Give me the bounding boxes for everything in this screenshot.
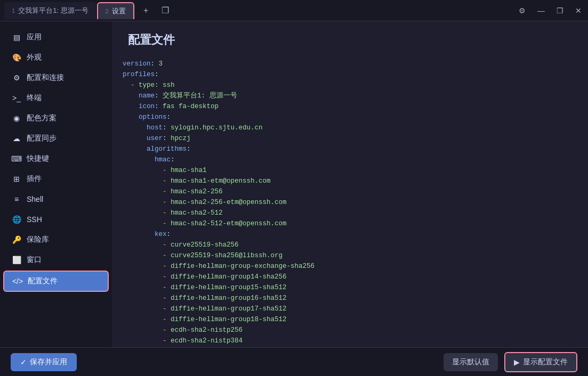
sidebar-item-apps[interactable]: ▤应用 (3, 28, 109, 47)
main-layout: ▤应用🎨外观⚙配置和连接>_终端◉配色方案☁配置同步⌨快捷键⊞插件≡Shell🌐… (0, 21, 588, 347)
sidebar-item-plugins[interactable]: ⊞插件 (3, 169, 109, 189)
copy-tab-button[interactable]: ❐ (158, 3, 173, 18)
sidebar-item-label-plugins: 插件 (27, 174, 42, 184)
ssh-icon: 🌐 (12, 215, 21, 224)
sidebar-item-label-apps: 应用 (27, 32, 42, 42)
terminal-icon: >_ (12, 93, 21, 103)
page-title: 配置文件 (128, 32, 572, 48)
config-file-icon: </> (13, 276, 22, 286)
tab-2-number: 2 (106, 8, 109, 14)
sidebar-item-config-connect[interactable]: ⚙配置和连接 (3, 68, 109, 87)
sidebar-item-label-ssh: SSH (27, 215, 42, 224)
sidebar-item-label-sync: 配置同步 (27, 134, 57, 143)
color-scheme-icon: ◉ (12, 113, 21, 123)
sidebar-item-label-shell: Shell (27, 195, 43, 203)
sidebar-item-vault[interactable]: 🔑保险库 (3, 230, 109, 249)
tab-2-label: 设置 (112, 6, 126, 16)
sidebar-item-color-scheme[interactable]: ◉配色方案 (3, 109, 109, 128)
sidebar-item-sync[interactable]: ☁配置同步 (3, 129, 109, 148)
sidebar-item-label-shortcuts: 快捷键 (27, 154, 49, 164)
titlebar: 1 交我算平台1: 思源一号 2 设置 + ❐ ⚙ — ❐ ✕ (0, 0, 588, 21)
window-icon: ⬜ (12, 255, 21, 265)
default-label: 显示默认值 (452, 357, 489, 367)
content-header: 配置文件 (112, 21, 588, 53)
sidebar-item-shortcuts[interactable]: ⌨快捷键 (3, 149, 109, 168)
vault-icon: 🔑 (12, 235, 21, 244)
sidebar: ▤应用🎨外观⚙配置和连接>_终端◉配色方案☁配置同步⌨快捷键⊞插件≡Shell🌐… (0, 21, 112, 347)
window-controls: ⚙ — ❐ ✕ (517, 4, 584, 17)
add-tab-button[interactable]: + (139, 3, 154, 18)
show-config-button[interactable]: ▶ 显示配置文件 (504, 352, 577, 372)
tab-1-number: 1 (12, 7, 15, 14)
tab-1-label: 交我算平台1: 思源一号 (18, 6, 88, 15)
sidebar-item-window[interactable]: ⬜窗口 (3, 250, 109, 269)
appearance-icon: 🎨 (12, 53, 21, 62)
shortcuts-icon: ⌨ (12, 154, 21, 164)
sidebar-item-label-terminal: 终端 (27, 93, 42, 103)
apps-icon: ▤ (12, 32, 21, 42)
save-icon: ✓ (20, 358, 27, 366)
sidebar-item-label-window: 窗口 (27, 255, 42, 265)
code-editor[interactable]: version: 3 profiles: - type: ssh name: 交… (123, 53, 577, 347)
sidebar-item-shell[interactable]: ≡Shell (3, 190, 109, 209)
tab-actions: + ❐ (139, 3, 173, 18)
shell-icon: ≡ (12, 194, 21, 204)
save-label: 保存并应用 (30, 357, 67, 367)
tab-1[interactable]: 1 交我算平台1: 思源一号 (4, 2, 96, 19)
content-area: 配置文件 version: 3 profiles: - type: ssh na… (112, 21, 588, 347)
sidebar-item-config-file[interactable]: </>配置文件 (3, 271, 109, 292)
show-default-button[interactable]: 显示默认值 (444, 353, 498, 371)
show-label: 显示配置文件 (523, 357, 568, 367)
save-button[interactable]: ✓ 保存并应用 (11, 353, 77, 371)
config-connect-icon: ⚙ (12, 73, 21, 83)
close-button[interactable]: ✕ (573, 4, 584, 17)
settings-button[interactable]: ⚙ (517, 4, 528, 17)
sidebar-item-label-appearance: 外观 (27, 53, 42, 62)
sidebar-item-ssh[interactable]: 🌐SSH (3, 210, 109, 229)
sidebar-item-label-config-connect: 配置和连接 (27, 73, 64, 83)
minimize-button[interactable]: — (535, 4, 547, 17)
sidebar-item-appearance[interactable]: 🎨外观 (3, 48, 109, 67)
sidebar-item-terminal[interactable]: >_终端 (3, 88, 109, 108)
sidebar-item-label-color-scheme: 配色方案 (27, 113, 57, 123)
maximize-button[interactable]: ❐ (554, 4, 566, 17)
footer: ✓ 保存并应用 显示默认值 ▶ 显示配置文件 (0, 347, 588, 376)
code-content: version: 3 profiles: - type: ssh name: 交… (123, 53, 577, 347)
show-icon: ▶ (514, 358, 520, 366)
sync-icon: ☁ (12, 134, 21, 143)
sidebar-item-label-config-file: 配置文件 (28, 276, 58, 286)
tab-2[interactable]: 2 设置 (97, 2, 134, 19)
sidebar-item-label-vault: 保险库 (27, 235, 49, 244)
plugins-icon: ⊞ (12, 174, 21, 184)
